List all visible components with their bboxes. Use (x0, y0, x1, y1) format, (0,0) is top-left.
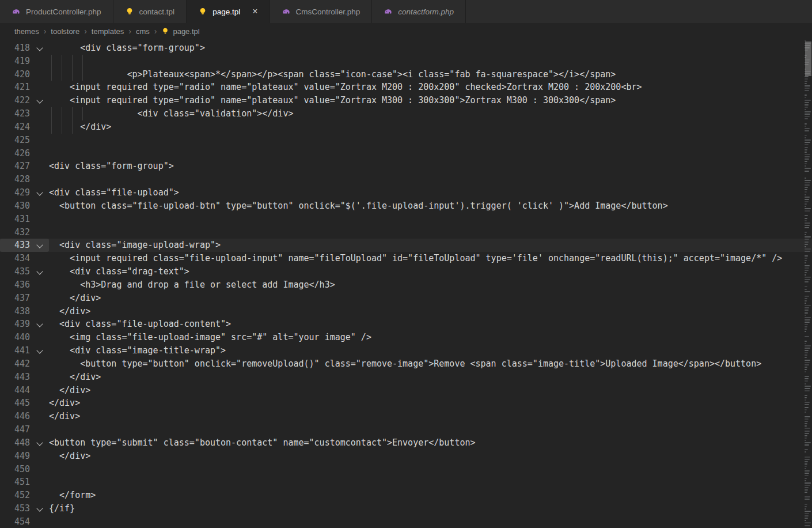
close-icon[interactable]: × (252, 7, 257, 16)
fold-chevron-icon[interactable] (30, 502, 49, 515)
code-text[interactable]: {/if} (49, 502, 812, 515)
line-number[interactable]: 446 (0, 410, 30, 423)
line-number[interactable]: 432 (0, 226, 30, 239)
code-text[interactable] (49, 476, 812, 489)
breadcrumb-item-page-tpl[interactable]: page.tpl (161, 27, 199, 36)
line-number[interactable]: 442 (0, 357, 30, 371)
tab-page-tpl[interactable]: page.tpl× (187, 0, 270, 23)
code-text[interactable]: <button type="submit" class="bouton-cont… (49, 436, 812, 450)
fold-chevron-icon[interactable] (30, 94, 49, 107)
code-text[interactable]: </div> (49, 305, 812, 318)
gutter: 429 (0, 186, 49, 199)
minimap[interactable] (804, 40, 812, 528)
line-number[interactable]: 436 (0, 278, 30, 292)
code-text[interactable]: <button class="file-upload-btn" type="bu… (49, 199, 812, 213)
code-text[interactable]: <p>Plateaux<span>*</span></p><span class… (49, 68, 812, 81)
code-text[interactable]: </div> (49, 397, 812, 410)
code-text[interactable] (49, 173, 812, 186)
line-number[interactable]: 433 (0, 239, 30, 252)
minimap-line (805, 114, 810, 115)
line-number[interactable]: 429 (0, 186, 30, 199)
code-text[interactable]: <input required type="radio" name="plate… (49, 94, 812, 107)
line-number[interactable]: 445 (0, 397, 30, 410)
fold-chevron-icon[interactable] (30, 239, 49, 252)
line-number[interactable]: 450 (0, 463, 30, 476)
line-number[interactable]: 439 (0, 318, 30, 331)
line-number[interactable]: 443 (0, 371, 30, 384)
code-text[interactable]: <div class="file-upload"> (49, 186, 812, 199)
fold-chevron-icon[interactable] (30, 186, 49, 199)
tab-productcontroller-php[interactable]: ProductController.php (0, 0, 113, 23)
code-text[interactable]: <div class="form-group"> (49, 160, 812, 173)
code-text[interactable]: <div class="form-group"> (49, 42, 812, 55)
line-number[interactable]: 420 (0, 68, 30, 81)
code-text[interactable] (49, 134, 812, 147)
line-number[interactable]: 425 (0, 134, 30, 147)
code-text[interactable] (49, 515, 812, 528)
line-number[interactable]: 440 (0, 331, 30, 344)
line-number[interactable]: 437 (0, 292, 30, 305)
fold-chevron-icon[interactable] (30, 344, 49, 357)
tab-contact-tpl[interactable]: contact.tpl (113, 0, 187, 23)
fold-chevron-icon[interactable] (30, 318, 49, 331)
line-number[interactable]: 426 (0, 147, 30, 160)
line-number[interactable]: 449 (0, 450, 30, 463)
line-number[interactable]: 423 (0, 107, 30, 120)
code-text[interactable]: <div class="drag-text"> (49, 265, 812, 278)
fold-chevron-icon[interactable] (30, 436, 49, 450)
scrollbar-thumb[interactable] (805, 42, 811, 76)
code-text[interactable]: </div> (49, 410, 812, 423)
code-text[interactable]: </div> (49, 384, 812, 397)
line-number[interactable]: 453 (0, 502, 30, 515)
code-text[interactable] (49, 463, 812, 476)
breadcrumb-item-themes[interactable]: themes (14, 27, 39, 36)
code-text[interactable]: <div class="image-upload-wrap"> (49, 239, 812, 252)
line-number[interactable]: 431 (0, 213, 30, 226)
line-number[interactable]: 434 (0, 252, 30, 265)
code-text[interactable]: <button type="button" onclick="removeUpl… (49, 357, 812, 371)
line-number[interactable]: 424 (0, 120, 30, 134)
code-text[interactable]: <div class="file-upload-content"> (49, 318, 812, 331)
code-text[interactable] (49, 147, 812, 160)
tab-contactform-php[interactable]: contactform.php (372, 0, 466, 23)
breadcrumb-item-toolstore[interactable]: toolstore (51, 27, 79, 36)
line-number[interactable]: 454 (0, 515, 30, 528)
breadcrumb-item-templates[interactable]: templates (92, 27, 124, 36)
line-number[interactable]: 438 (0, 305, 30, 318)
breadcrumb-item-cms[interactable]: cms (136, 27, 150, 36)
line-number[interactable]: 427 (0, 160, 30, 173)
minimap-line (805, 246, 806, 247)
line-number[interactable]: 421 (0, 81, 30, 94)
code-text[interactable]: </form> (49, 489, 812, 502)
code-text[interactable]: <img class="file-upload-image" src="#" a… (49, 331, 812, 344)
code-text[interactable]: </div> (49, 371, 812, 384)
code-text[interactable]: <input required type="radio" name="plate… (49, 81, 812, 94)
line-number[interactable]: 422 (0, 94, 30, 107)
code-text[interactable]: <h3>Drag and drop a file or select add I… (49, 278, 812, 292)
line-number[interactable]: 419 (0, 55, 30, 68)
editor[interactable]: 418 <div class="form-group">419420 <p>Pl… (0, 39, 812, 528)
code-text[interactable] (49, 423, 812, 436)
line-number[interactable]: 448 (0, 436, 30, 450)
line-number[interactable]: 435 (0, 265, 30, 278)
line-number[interactable]: 447 (0, 423, 30, 436)
tab-cmscontroller-php[interactable]: CmsController.php (270, 0, 373, 23)
fold-chevron-icon[interactable] (30, 42, 49, 55)
code-text[interactable]: </div> (49, 292, 812, 305)
code-text[interactable] (49, 213, 812, 226)
code-text[interactable] (49, 226, 812, 239)
code-text[interactable] (49, 55, 812, 68)
line-number[interactable]: 452 (0, 489, 30, 502)
line-number[interactable]: 441 (0, 344, 30, 357)
code-text[interactable]: <div class="validation"></div> (49, 107, 812, 120)
code-text[interactable]: </div> (49, 450, 812, 463)
line-number[interactable]: 451 (0, 476, 30, 489)
line-number[interactable]: 444 (0, 384, 30, 397)
line-number[interactable]: 430 (0, 199, 30, 213)
line-number[interactable]: 428 (0, 173, 30, 186)
line-number[interactable]: 418 (0, 42, 30, 55)
fold-chevron-icon[interactable] (30, 265, 49, 278)
code-text[interactable]: <div class="image-title-wrap"> (49, 344, 812, 357)
code-text[interactable]: </div> (49, 120, 812, 134)
code-text[interactable]: <input required class="file-upload-input… (49, 252, 812, 265)
